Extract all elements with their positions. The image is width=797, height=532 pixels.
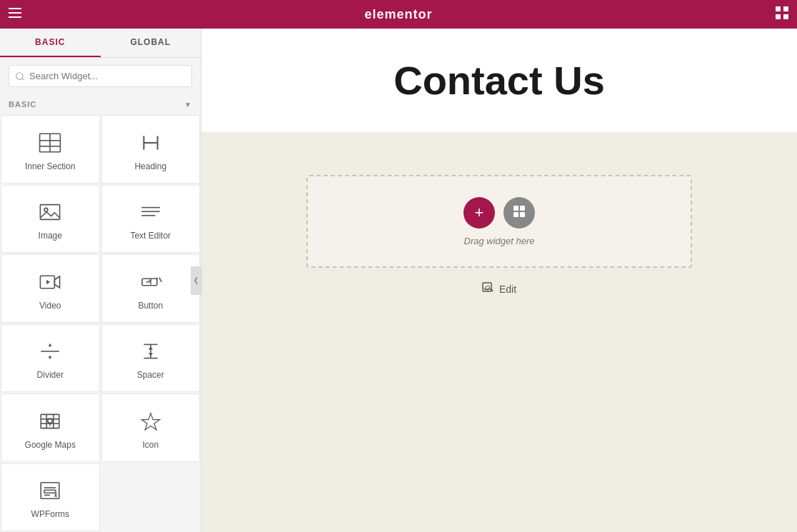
divider-icon — [37, 338, 63, 364]
image-icon — [37, 199, 63, 225]
svg-marker-34 — [149, 353, 153, 356]
widget-inner-section[interactable]: Inner Section — [1, 115, 100, 184]
drop-zone[interactable]: + Drag widget here — [306, 175, 692, 268]
wpforms-icon — [37, 478, 63, 503]
svg-rect-1 — [9, 12, 21, 14]
svg-rect-47 — [513, 206, 518, 211]
topbar-logo: elementor — [364, 7, 432, 22]
svg-point-15 — [44, 209, 48, 212]
widget-label-button: Button — [138, 301, 163, 311]
search-wrap — [0, 58, 201, 94]
google-maps-icon — [37, 408, 63, 434]
widget-spacer[interactable]: Spacer — [101, 324, 201, 393]
svg-rect-6 — [783, 14, 788, 19]
video-icon — [37, 269, 63, 295]
widget-label-image: Image — [39, 231, 62, 241]
widget-wpforms[interactable]: WPForms — [1, 463, 100, 532]
widget-grid: Inner Section Heading — [0, 114, 201, 532]
svg-marker-21 — [46, 280, 50, 284]
page-header: Contact Us — [201, 29, 797, 132]
widget-label-google-maps: Google Maps — [25, 440, 76, 450]
widget-heading[interactable]: Heading — [101, 115, 201, 184]
text-editor-icon — [138, 199, 164, 225]
heading-icon — [138, 130, 164, 156]
svg-rect-35 — [41, 414, 59, 428]
apps-icon[interactable] — [776, 6, 788, 23]
svg-rect-5 — [776, 14, 781, 19]
widget-image[interactable]: Image — [1, 185, 100, 254]
widget-label-spacer: Spacer — [137, 370, 164, 380]
svg-rect-49 — [513, 212, 518, 217]
svg-rect-22 — [142, 278, 157, 286]
widget-icon[interactable]: Icon — [101, 393, 201, 462]
widget-label-divider: Divider — [37, 370, 64, 380]
sidebar: basic GLOBAL BASIC ▼ — [0, 29, 201, 532]
drop-buttons: + — [463, 197, 535, 229]
svg-rect-14 — [41, 205, 60, 220]
svg-rect-3 — [776, 6, 781, 11]
svg-rect-0 — [9, 8, 21, 9]
svg-marker-27 — [49, 343, 52, 346]
edit-icon — [482, 282, 493, 296]
widget-label-heading: Heading — [134, 161, 166, 171]
svg-marker-42 — [141, 413, 160, 430]
widget-label-inner-section: Inner Section — [25, 161, 76, 171]
section-label-text: BASIC — [9, 100, 36, 109]
sidebar-collapse-handle[interactable] — [191, 266, 202, 295]
widget-label-icon: Icon — [142, 440, 159, 450]
icon-widget-icon — [138, 408, 164, 434]
widget-button[interactable]: Button — [101, 254, 201, 323]
widget-label-video: Video — [39, 301, 61, 311]
spacer-icon — [138, 338, 164, 364]
topbar: elementor — [0, 0, 797, 29]
widget-library-button[interactable] — [503, 197, 535, 229]
section-label-basic: BASIC ▼ — [0, 94, 201, 114]
svg-marker-33 — [149, 347, 153, 350]
svg-rect-45 — [44, 490, 56, 493]
widget-video[interactable]: Video — [1, 254, 100, 323]
grid-icon — [513, 205, 526, 221]
widget-label-wpforms: WPForms — [31, 509, 69, 519]
tab-global[interactable]: GLOBAL — [101, 29, 201, 57]
svg-rect-50 — [520, 212, 525, 217]
add-widget-button[interactable]: + — [463, 197, 495, 229]
page-content: + Drag widget here — [201, 132, 797, 532]
svg-line-23 — [159, 277, 161, 281]
collapse-icon[interactable]: ▼ — [184, 101, 192, 109]
sidebar-wrapper: basic GLOBAL BASIC ▼ — [0, 29, 201, 532]
svg-rect-4 — [783, 6, 788, 11]
widget-google-maps[interactable]: Google Maps — [1, 393, 100, 462]
search-input[interactable] — [9, 65, 192, 87]
svg-rect-2 — [9, 16, 21, 18]
widget-divider[interactable]: Divider — [1, 324, 100, 393]
button-icon — [138, 269, 164, 295]
widget-text-editor[interactable]: Text Editor — [101, 185, 201, 254]
canvas: Contact Us + — [201, 29, 797, 532]
edit-bar[interactable]: Edit — [482, 282, 516, 296]
inner-section-icon — [37, 130, 63, 156]
main-layout: basic GLOBAL BASIC ▼ — [0, 29, 797, 532]
edit-label: Edit — [499, 283, 516, 295]
tab-elements[interactable]: basic — [0, 29, 101, 57]
widget-label-text-editor: Text Editor — [130, 231, 171, 241]
plus-icon: + — [475, 204, 484, 222]
hamburger-icon[interactable] — [9, 8, 21, 21]
page-title: Contact Us — [201, 57, 797, 104]
svg-rect-48 — [520, 206, 525, 211]
svg-marker-29 — [49, 356, 52, 359]
tab-bar: basic GLOBAL — [0, 29, 201, 58]
drop-zone-text: Drag widget here — [464, 236, 535, 246]
svg-marker-20 — [55, 276, 60, 288]
